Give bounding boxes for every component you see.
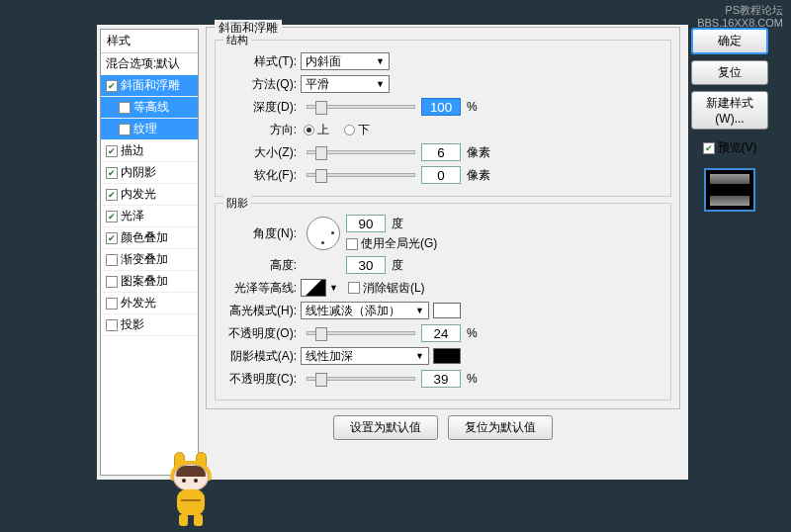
style-item-9[interactable]: 图案叠加 [101,271,198,293]
watermark-line1: PS教程论坛 [697,4,783,17]
styles-header: 样式 [101,30,198,53]
up-label: 上 [317,122,329,138]
make-default-button[interactable]: 设置为默认值 [333,415,438,440]
style-item-1[interactable]: 等高线 [101,97,198,119]
style-label: 渐变叠加 [121,251,168,268]
style-item-5[interactable]: ✔内发光 [101,184,198,206]
style-checkbox[interactable] [106,254,118,266]
size-input[interactable] [421,143,461,161]
style-label: 描边 [121,142,144,159]
style-checkbox[interactable] [106,319,118,331]
blend-options[interactable]: 混合选项:默认 [101,53,198,75]
gloss-contour-picker[interactable] [301,279,326,297]
shadow-title: 阴影 [223,196,251,211]
structure-title: 结构 [223,33,251,47]
style-checkbox[interactable]: ✔ [106,167,118,179]
size-unit: 像素 [467,144,490,161]
angle-control[interactable] [307,217,340,250]
shadow-opacity-input[interactable] [421,370,461,388]
style-item-6[interactable]: ✔光泽 [101,206,198,227]
direction-down-radio[interactable] [344,125,355,135]
highlight-opacity-input[interactable] [421,324,461,342]
style-item-2[interactable]: 纹理 [101,119,198,140]
style-item-0[interactable]: ✔斜面和浮雕 [101,75,198,97]
down-label: 下 [358,122,370,138]
style-checkbox[interactable] [106,298,118,310]
style-label: 颜色叠加 [121,229,168,246]
shadow-group: 阴影 角度(N): 度 使用全局光(G) [215,203,671,400]
method-value: 平滑 [306,76,329,93]
style-item-4[interactable]: ✔内阴影 [101,162,198,184]
styles-list: 样式 混合选项:默认 ✔斜面和浮雕等高线纹理✔描边✔内阴影✔内发光✔光泽✔颜色叠… [100,29,199,476]
style-item-3[interactable]: ✔描边 [101,140,198,162]
dropdown-arrow-icon: ▼ [415,306,424,315]
mascot-icon [164,452,221,526]
global-light-checkbox[interactable] [346,238,358,250]
highlight-color[interactable] [433,303,461,318]
depth-input[interactable] [421,98,461,116]
global-light-label: 使用全局光(G) [361,235,437,252]
shadow-color[interactable] [433,348,461,364]
angle-label: 角度(N): [223,225,301,242]
cancel-button[interactable]: 复位 [691,60,768,85]
method-select[interactable]: 平滑▼ [301,75,390,93]
style-checkbox[interactable] [106,276,118,288]
style-label: 外发光 [121,295,156,311]
style-item-7[interactable]: ✔颜色叠加 [101,227,198,249]
settings-panel: 斜面和浮雕 结构 样式(T): 内斜面▼ 方法(Q): 平滑▼ 深度(D): % [202,25,688,480]
size-label: 大小(Z): [223,144,301,161]
style-label: 斜面和浮雕 [121,77,180,94]
highlight-opacity-slider[interactable] [307,331,415,335]
style-checkbox[interactable] [119,124,131,135]
style-item-11[interactable]: 投影 [101,314,198,336]
dropdown-arrow-icon: ▼ [376,79,385,89]
soften-unit: 像素 [467,167,490,184]
style-label: 投影 [121,316,144,333]
new-style-button[interactable]: 新建样式(W)... [691,91,768,130]
shadow-mode-value: 线性加深 [306,348,353,365]
style-item-10[interactable]: 外发光 [101,293,198,314]
action-panel: 确定 复位 新建样式(W)... ✔ 预览(V) [690,28,769,212]
direction-label: 方向: [223,122,301,138]
style-checkbox[interactable]: ✔ [106,211,118,222]
highlight-mode-value: 线性减淡（添加） [306,303,400,319]
gloss-contour-label: 光泽等高线: [223,280,301,297]
style-item-8[interactable]: 渐变叠加 [101,249,198,271]
style-checkbox[interactable]: ✔ [106,80,118,92]
style-label: 图案叠加 [121,273,168,290]
preview-checkbox[interactable]: ✔ [703,142,715,154]
highlight-opacity-label: 不透明度(O): [223,325,301,342]
style-checkbox[interactable] [119,102,131,114]
depth-slider[interactable] [307,105,415,109]
direction-up-radio[interactable] [304,125,314,135]
sopacity-unit: % [467,372,478,386]
angle-unit: 度 [392,216,403,232]
style-value: 内斜面 [306,53,341,70]
antialias-checkbox[interactable] [348,282,360,294]
antialias-label: 消除锯齿(L) [363,280,425,297]
contour-arrow-icon[interactable]: ▼ [329,283,338,293]
highlight-mode-label: 高光模式(H): [223,303,301,319]
method-label: 方法(Q): [223,76,301,93]
angle-input[interactable] [346,215,386,232]
shadow-opacity-slider[interactable] [307,377,415,381]
size-slider[interactable] [307,150,415,154]
highlight-mode-select[interactable]: 线性减淡（添加）▼ [301,302,429,319]
structure-group: 结构 样式(T): 内斜面▼ 方法(Q): 平滑▼ 深度(D): % 方向: [215,40,671,197]
bevel-group: 斜面和浮雕 结构 样式(T): 内斜面▼ 方法(Q): 平滑▼ 深度(D): % [206,27,680,409]
soften-input[interactable] [421,166,461,184]
style-label: 等高线 [133,99,169,116]
style-label: 样式(T): [223,53,301,70]
style-checkbox[interactable]: ✔ [106,232,118,244]
shadow-mode-select[interactable]: 线性加深▼ [301,347,429,365]
style-checkbox[interactable]: ✔ [106,189,118,201]
style-select[interactable]: 内斜面▼ [301,52,390,70]
dropdown-arrow-icon: ▼ [376,56,385,66]
soften-slider[interactable] [307,173,415,177]
depth-label: 深度(D): [223,99,301,116]
style-checkbox[interactable]: ✔ [106,145,118,157]
altitude-input[interactable] [346,256,386,274]
reset-default-button[interactable]: 复位为默认值 [448,415,553,440]
ok-button[interactable]: 确定 [691,28,768,54]
layer-style-dialog: 样式 混合选项:默认 ✔斜面和浮雕等高线纹理✔描边✔内阴影✔内发光✔光泽✔颜色叠… [97,25,688,480]
